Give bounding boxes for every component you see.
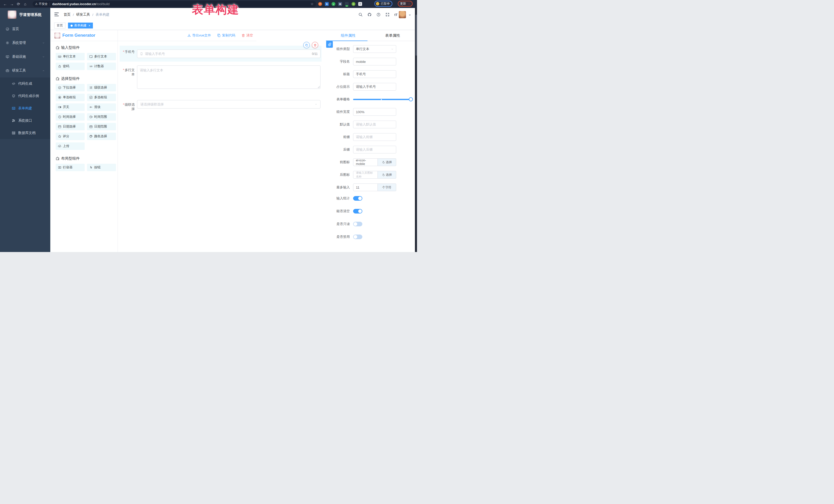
canvas-field-cascader[interactable]: *级联选择 请选择级联选择 <box>119 100 322 111</box>
palette-item-row-container[interactable]: 行容器 <box>56 164 85 171</box>
tab-component-props[interactable]: 组件属性 <box>326 30 371 41</box>
prefix-input[interactable]: 请输入前缀 <box>353 133 396 141</box>
extension-puzzle-icon[interactable]: ⚙ <box>358 2 362 6</box>
clearable-toggle[interactable] <box>353 209 363 214</box>
grid-slider[interactable] <box>353 95 412 103</box>
tag-home[interactable]: 首页 <box>54 23 65 28</box>
palette-item-time-picker[interactable]: 时间选择 <box>56 113 85 120</box>
width-input[interactable]: 100% <box>353 108 396 116</box>
sidebar-item-devtools[interactable]: 研发工具 <box>0 64 50 78</box>
clear-button[interactable]: 清空 <box>241 33 253 38</box>
field-name-input[interactable]: mobile <box>353 58 396 65</box>
browser-reload-button[interactable]: ⟳ <box>15 0 22 8</box>
textarea-input[interactable]: 请输入多行文本 <box>137 65 321 89</box>
placeholder-input[interactable]: 请输入手机号 <box>353 83 396 91</box>
palette-item-select[interactable]: 下拉选择 <box>56 84 85 91</box>
drawer-link-button[interactable] <box>326 41 333 48</box>
row-suffix: 后缀 请输入后缀 <box>326 146 415 153</box>
extension-on-icon[interactable]: on <box>345 2 349 6</box>
prefix-icon-choose-button[interactable]: 选择 <box>378 158 396 166</box>
update-button[interactable]: 更新 ⋮ <box>398 1 413 7</box>
palette-item-single-line-text[interactable]: 单行文本 <box>56 53 85 60</box>
breadcrumb-home[interactable]: 首页 <box>64 12 70 17</box>
extension-ghost-icon[interactable]: ◎ <box>352 2 355 6</box>
palette-item-date-picker[interactable]: 日期选择 <box>56 123 85 130</box>
delete-field-button[interactable] <box>312 42 318 48</box>
sidebar-item-codegen[interactable]: 代码生成 <box>0 78 50 90</box>
bookmark-star-icon[interactable]: ☆ <box>310 2 313 6</box>
address-bar[interactable]: ⚠ 不安全 dashboard.yudao.iocoder.cn /tool/b… <box>32 1 316 7</box>
sidebar-item-db-doc[interactable]: 数据库文档 <box>0 127 50 139</box>
sidebar-item-form-builder[interactable]: 表单构建 <box>0 102 50 114</box>
font-size-icon[interactable]: tT <box>394 13 397 17</box>
title-input[interactable]: 手机号 <box>353 70 396 78</box>
user-avatar[interactable] <box>399 11 406 18</box>
canvas-field-textarea[interactable]: *多行文本 请输入多行文本 <box>119 65 322 89</box>
fullscreen-icon[interactable] <box>386 13 390 17</box>
palette-item-cascader[interactable]: 级联选择 <box>87 84 116 91</box>
breadcrumb-devtools[interactable]: 研发工具 <box>76 12 90 17</box>
close-icon[interactable]: × <box>89 24 90 27</box>
palette-item-time-range[interactable]: 时间范围 <box>87 113 116 120</box>
palette-item-counter[interactable]: 计数器 <box>87 63 116 70</box>
row-default: 默认值 请输入默认值 <box>326 120 415 128</box>
word-limit-toggle[interactable] <box>353 196 363 201</box>
palette-item-password[interactable]: 密码 <box>56 63 85 70</box>
palette-item-switch[interactable]: 开关 <box>56 104 85 111</box>
sidebar-logo[interactable]: 芋道管理系统 <box>0 8 50 21</box>
collapse-menu-icon[interactable] <box>54 13 59 16</box>
disabled-toggle[interactable] <box>353 235 363 239</box>
user-menu-caret-icon[interactable] <box>409 15 411 17</box>
export-vue-button[interactable]: 导出vue文件 <box>187 33 211 38</box>
kebab-menu-icon[interactable]: ⋮ <box>408 3 410 4</box>
palette-item-checkbox-group[interactable]: 多选框组 <box>87 94 116 101</box>
palette-item-upload[interactable]: 上传 <box>56 143 85 150</box>
scrollbar-thumb[interactable] <box>415 15 417 56</box>
sidebar-item-infra[interactable]: 基础设施 <box>0 50 50 64</box>
palette-item-radio-group[interactable]: 单选框组 <box>56 94 85 101</box>
default-value-input[interactable]: 请输入默认值 <box>353 120 396 128</box>
calendar-icon <box>58 125 61 128</box>
maxlength-input[interactable]: 11 <box>353 183 378 191</box>
readonly-toggle[interactable] <box>353 222 363 226</box>
slider-handle[interactable] <box>409 97 413 101</box>
page-scrollbar[interactable] <box>415 8 417 252</box>
suffix-icon-choose-button[interactable]: 选择 <box>378 171 396 179</box>
browser-home-button[interactable]: ⌂ <box>22 0 28 8</box>
help-icon[interactable] <box>376 13 380 17</box>
browser-forward-button[interactable]: → <box>9 0 15 8</box>
security-label[interactable]: 不安全 <box>39 2 48 6</box>
palette-item-color-picker[interactable]: 颜色选择 <box>87 133 116 140</box>
component-type-select[interactable]: 单行文本 <box>353 45 396 53</box>
input-value: 100% <box>356 110 365 114</box>
palette-item-date-range[interactable]: 日期范围 <box>87 123 116 130</box>
sidebar-item-home[interactable]: 首页 <box>0 22 50 36</box>
slider-track[interactable] <box>353 99 412 100</box>
palette-item-rate[interactable]: 评分 <box>56 133 85 140</box>
canvas-field-mobile[interactable]: *手机号 请输入手机号 0/11 <box>119 46 322 62</box>
sidebar-item-api[interactable]: 系统接口 <box>0 114 50 127</box>
cascader-select[interactable]: 请选择级联选择 <box>137 100 321 109</box>
suffix-input[interactable]: 请输入后缀 <box>353 146 396 153</box>
profile-chip[interactable]: 已暂停 <box>374 1 392 7</box>
sidebar-item-codegen-demo[interactable]: 代码生成示例 <box>0 90 50 102</box>
field-label: *多行文本 <box>119 65 137 89</box>
search-icon[interactable] <box>358 13 363 17</box>
copy-code-button[interactable]: 复制代码 <box>217 33 235 38</box>
extension-gem-icon[interactable]: ◆ <box>325 2 329 6</box>
tag-form-builder[interactable]: 表单构建 × <box>68 23 93 28</box>
extension-refresh-icon[interactable]: ⟳ <box>318 2 322 6</box>
palette-item-slider[interactable]: 滑块 <box>87 104 116 111</box>
prefix-icon-input[interactable]: el-icon-mobile <box>353 158 378 166</box>
browser-back-button[interactable]: ← <box>2 0 8 8</box>
sidebar-item-system[interactable]: 系统管理 <box>0 36 50 50</box>
mobile-input[interactable]: 请输入手机号 0/11 <box>137 49 321 58</box>
extension-y-icon[interactable]: y <box>332 2 335 6</box>
duplicate-field-button[interactable] <box>303 42 310 48</box>
palette-item-textarea[interactable]: 多行文本 <box>87 53 116 60</box>
extension-blue-icon[interactable]: ▩ <box>338 2 342 6</box>
github-icon[interactable] <box>368 13 372 17</box>
suffix-icon-input[interactable]: 请输入后图标名称 <box>353 171 378 179</box>
tab-form-props[interactable]: 表单属性 <box>371 30 415 41</box>
palette-item-button[interactable]: 按钮 <box>87 164 116 171</box>
